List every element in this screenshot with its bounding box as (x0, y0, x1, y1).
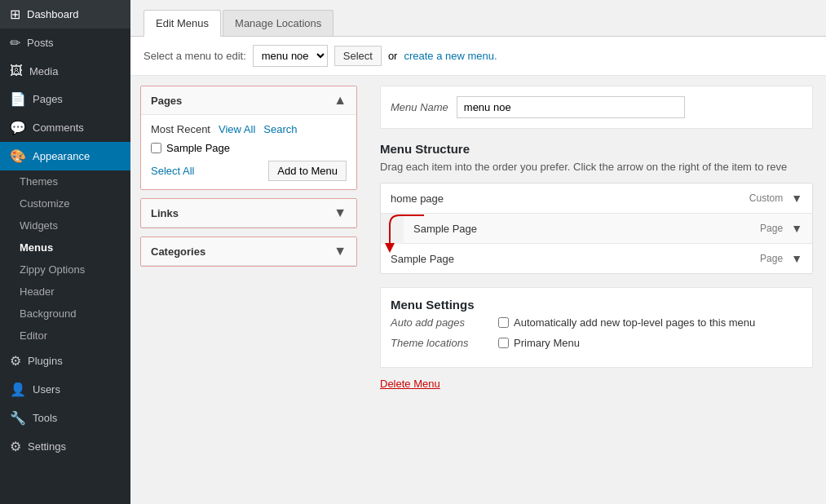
sidebar-item-media[interactable]: 🖼 Media (0, 57, 130, 85)
pages-tab-search[interactable]: Search (263, 123, 297, 135)
sidebar-sub-menus[interactable]: Menus (0, 237, 130, 259)
sidebar-label-pages: Pages (33, 93, 63, 105)
sidebar-item-tools[interactable]: 🔧 Tools (0, 404, 130, 432)
menu-item-sample2: Sample Page Page ▼ (381, 244, 812, 273)
menu-name-row: Menu Name (380, 86, 813, 129)
sidebar-label-dashboard: Dashboard (27, 8, 79, 20)
theme-locations-label: Theme locations (391, 337, 488, 349)
menu-structure-list: home page Custom ▼ Sample Page Page ▼ (380, 183, 813, 274)
sidebar-label-users: Users (33, 383, 60, 396)
tab-bar: Edit Menus Manage Locations (130, 0, 826, 37)
sidebar-label-plugins: Plugins (28, 355, 63, 367)
posts-icon: ✏ (10, 35, 20, 51)
categories-panel: Categories ▼ (140, 237, 357, 267)
menu-structure-section: Menu Structure Drag each item into the o… (380, 142, 813, 274)
pages-tab-recent[interactable]: Most Recent (151, 123, 210, 135)
sidebar-label-tools: Tools (33, 412, 57, 424)
media-icon: 🖼 (10, 64, 23, 78)
sidebar-sub-header[interactable]: Header (0, 281, 130, 303)
create-new-menu-link[interactable]: create a new menu. (404, 50, 497, 62)
menu-item-homepage-chevron[interactable]: ▼ (791, 192, 802, 205)
links-panel-title: Links (151, 207, 179, 219)
auto-add-value: Automatically add new top-level pages to… (498, 316, 755, 329)
select-menu-label: Select a menu to edit: (144, 50, 246, 62)
pages-panel-footer: Select All Add to Menu (151, 161, 347, 181)
page-item-sample: Sample Page (151, 142, 347, 154)
pages-sub-tabs: Most Recent View All Search (151, 123, 347, 135)
pages-panel-title: Pages (151, 95, 182, 107)
sidebar-label-settings: Settings (28, 440, 66, 453)
add-to-menu-button[interactable]: Add to Menu (268, 161, 347, 181)
menu-item-sample1-chevron[interactable]: ▼ (791, 222, 802, 235)
tools-icon: 🔧 (10, 410, 26, 426)
content-area: Pages ▲ Most Recent View All Search Samp… (130, 76, 826, 504)
categories-panel-toggle[interactable]: ▼ (333, 244, 347, 259)
sidebar-sub-background[interactable]: Background (0, 303, 130, 325)
sidebar-item-pages[interactable]: 📄 Pages (0, 85, 130, 113)
tab-manage-locations[interactable]: Manage Locations (223, 10, 333, 36)
auto-add-desc: Automatically add new top-level pages to… (514, 316, 755, 329)
menu-item-homepage: home page Custom ▼ (381, 183, 812, 214)
sidebar-sub-editor[interactable]: Editor (0, 325, 130, 347)
pages-panel-content: Most Recent View All Search Sample Page … (141, 115, 356, 189)
menu-name-label: Menu Name (391, 101, 448, 113)
select-button[interactable]: Select (334, 46, 382, 66)
left-panel: Pages ▲ Most Recent View All Search Samp… (130, 76, 367, 504)
sample-page-label: Sample Page (166, 142, 230, 154)
menu-settings-title: Menu Settings (391, 298, 802, 312)
pages-panel-header[interactable]: Pages ▲ (141, 86, 356, 115)
menu-settings-section: Menu Settings Auto add pages Automatical… (380, 287, 813, 368)
sidebar: ⊞ Dashboard ✏ Posts 🖼 Media 📄 Pages 💬 Co… (0, 0, 130, 504)
dashboard-icon: ⊞ (10, 7, 20, 22)
menu-name-input[interactable] (457, 96, 685, 118)
links-panel-toggle[interactable]: ▼ (333, 206, 347, 220)
pages-tab-viewall[interactable]: View All (219, 123, 255, 135)
primary-menu-desc: Primary Menu (514, 337, 580, 349)
tab-edit-menus[interactable]: Edit Menus (144, 10, 221, 37)
pages-panel-toggle[interactable]: ▲ (333, 93, 347, 108)
delete-menu-link[interactable]: Delete Menu (380, 378, 440, 390)
auto-add-label: Auto add pages (391, 316, 488, 329)
sidebar-item-posts[interactable]: ✏ Posts (0, 29, 130, 57)
menu-item-homepage-right: Custom ▼ (749, 192, 802, 205)
sidebar-item-users[interactable]: 👤 Users (0, 375, 130, 404)
menu-item-sample1-right: Page ▼ (760, 222, 802, 235)
menu-structure-desc: Drag each item into the order you prefer… (380, 161, 813, 173)
auto-add-pages-row: Auto add pages Automatically add new top… (391, 316, 802, 329)
sidebar-item-dashboard[interactable]: ⊞ Dashboard (0, 0, 130, 29)
pages-panel: Pages ▲ Most Recent View All Search Samp… (140, 86, 357, 190)
or-text: or (388, 50, 398, 62)
sidebar-label-media: Media (29, 65, 58, 77)
toolbar: Select a menu to edit: menu noe Select o… (130, 37, 826, 76)
theme-locations-value: Primary Menu (498, 337, 580, 349)
menu-item-sample1: Sample Page Page ▼ (404, 214, 812, 244)
sidebar-label-posts: Posts (27, 37, 54, 49)
select-all-link[interactable]: Select All (151, 165, 194, 177)
sidebar-label-comments: Comments (33, 122, 84, 134)
links-panel-header[interactable]: Links ▼ (141, 199, 356, 228)
primary-menu-checkbox[interactable] (498, 338, 509, 348)
sidebar-item-settings[interactable]: ⚙ Settings (0, 432, 130, 461)
sidebar-item-appearance[interactable]: 🎨 Appearance (0, 142, 130, 170)
menu-select[interactable]: menu noe (253, 45, 328, 67)
sidebar-sub-zippy[interactable]: Zippy Options (0, 259, 130, 281)
settings-icon: ⚙ (10, 439, 21, 454)
red-arrow (385, 212, 431, 261)
theme-locations-row: Theme locations Primary Menu (391, 337, 802, 349)
sidebar-item-plugins[interactable]: ⚙ Plugins (0, 347, 130, 375)
links-panel: Links ▼ (140, 198, 357, 228)
main-content: Edit Menus Manage Locations Select a men… (130, 0, 826, 504)
sample-page-checkbox[interactable] (151, 143, 161, 153)
sidebar-sub-customize[interactable]: Customize (0, 192, 130, 214)
delete-menu-row: Delete Menu (380, 378, 813, 390)
menu-structure-wrapper: home page Custom ▼ Sample Page Page ▼ (380, 183, 813, 274)
categories-panel-header[interactable]: Categories ▼ (141, 237, 356, 266)
sidebar-item-comments[interactable]: 💬 Comments (0, 113, 130, 142)
appearance-icon: 🎨 (10, 148, 26, 164)
sidebar-label-appearance: Appearance (33, 150, 90, 162)
sidebar-sub-widgets[interactable]: Widgets (0, 214, 130, 237)
sidebar-sub-themes[interactable]: Themes (0, 170, 130, 192)
menu-item-sample2-chevron[interactable]: ▼ (791, 252, 802, 265)
auto-add-checkbox[interactable] (498, 317, 509, 328)
plugins-icon: ⚙ (10, 353, 21, 369)
